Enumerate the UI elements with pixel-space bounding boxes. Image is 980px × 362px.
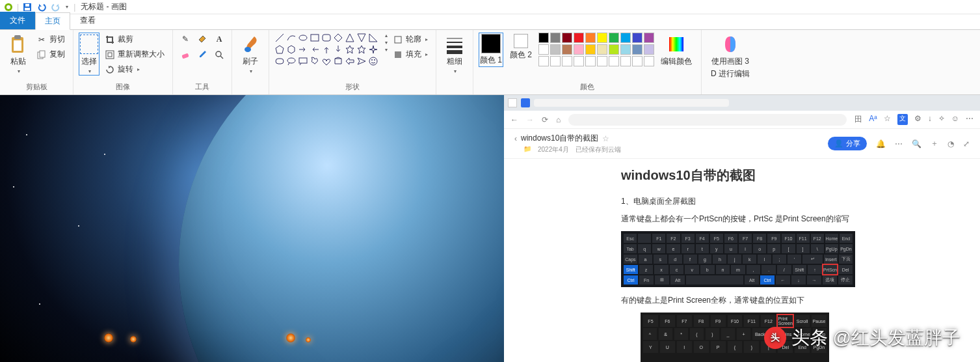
crop-button[interactable]: 裁剪 — [102, 33, 167, 46]
color-swatch[interactable] — [574, 44, 584, 55]
color-swatch[interactable] — [620, 44, 631, 55]
color-swatch[interactable] — [597, 33, 607, 43]
refresh-icon[interactable]: ⟳ — [542, 115, 548, 124]
canvas-area[interactable]: ← → ⟳ ⌂ 田 Aª ☆ 文 ⚙ ↓ ✧ ☺ ⋯ ‹ windows10自带… — [0, 95, 980, 362]
color-swatch[interactable] — [585, 33, 596, 43]
tab-home[interactable]: 主页 — [35, 12, 70, 30]
shape-item[interactable] — [286, 44, 297, 55]
color1-button[interactable]: 颜色 1 — [479, 33, 503, 67]
settings-icon[interactable]: ⚙ — [914, 114, 921, 125]
color-swatch[interactable] — [632, 56, 642, 66]
bell-icon[interactable]: 🔔 — [876, 139, 886, 148]
shape-item[interactable] — [356, 33, 367, 43]
magnifier-tool[interactable] — [212, 48, 226, 61]
shape-item[interactable] — [368, 56, 378, 66]
collection-icon[interactable]: ✧ — [938, 114, 945, 125]
shape-item[interactable] — [310, 33, 320, 43]
fill-button[interactable]: 填充▸ — [390, 48, 430, 61]
shape-item[interactable] — [356, 44, 367, 55]
resize-button[interactable]: 重新调整大小 — [102, 48, 167, 61]
back-icon[interactable]: ← — [510, 115, 518, 124]
text-tool[interactable]: A — [212, 33, 226, 46]
pencil-tool[interactable]: ✎ — [178, 33, 192, 46]
shapes-gallery[interactable] — [274, 33, 378, 66]
shape-item[interactable] — [333, 56, 343, 66]
shape-item[interactable] — [274, 33, 285, 43]
color-swatch[interactable] — [562, 44, 572, 55]
outline-button[interactable]: 轮廓▸ — [390, 33, 430, 46]
brushes-button[interactable]: 刷子▾ — [237, 33, 263, 76]
color-swatch[interactable] — [597, 44, 607, 55]
color-swatch[interactable] — [644, 33, 654, 43]
edit-colors-button[interactable]: 编辑颜色 — [657, 33, 696, 68]
color-palette[interactable] — [538, 33, 654, 66]
translate-icon[interactable]: 文 — [897, 114, 908, 125]
color-swatch[interactable] — [609, 56, 619, 66]
shapes-scroll-up[interactable]: ▴ — [385, 33, 388, 38]
shape-item[interactable] — [286, 33, 297, 43]
undo-icon[interactable] — [36, 1, 47, 13]
eraser-tool[interactable] — [178, 48, 192, 61]
picker-tool[interactable] — [195, 48, 209, 61]
color-swatch[interactable] — [585, 56, 596, 66]
fill-tool[interactable] — [195, 33, 209, 46]
shape-item[interactable] — [345, 44, 355, 55]
fav-icon[interactable]: ☆ — [884, 114, 891, 125]
color-swatch[interactable] — [550, 33, 561, 43]
color-swatch[interactable] — [644, 44, 654, 55]
shape-item[interactable] — [368, 44, 378, 55]
shape-item[interactable] — [333, 33, 343, 43]
shape-item[interactable] — [321, 56, 332, 66]
color-swatch[interactable] — [644, 56, 654, 66]
share-button[interactable]: 👤分享 — [828, 137, 867, 150]
color-swatch[interactable] — [597, 56, 607, 66]
color-swatch[interactable] — [562, 33, 572, 43]
color-swatch[interactable] — [620, 56, 631, 66]
paint3d-button[interactable]: 使用画图 3 D 进行编辑 — [707, 33, 754, 81]
shape-item[interactable] — [310, 44, 320, 55]
shape-item[interactable] — [356, 56, 367, 66]
tab-view[interactable]: 查看 — [70, 12, 105, 29]
color-swatch[interactable] — [538, 56, 549, 66]
shapes-expand[interactable]: ▾ — [385, 47, 388, 53]
shape-item[interactable] — [345, 56, 355, 66]
color-swatch[interactable] — [609, 44, 619, 55]
color-swatch[interactable] — [620, 33, 631, 43]
color-swatch[interactable] — [538, 44, 549, 55]
menu-icon[interactable]: ⋯ — [966, 114, 973, 125]
color-swatch[interactable] — [538, 33, 549, 43]
ext-icon[interactable]: 田 — [854, 114, 862, 125]
copy-button[interactable]: 复制 — [34, 48, 68, 61]
shapes-scroll-down[interactable]: ▾ — [385, 40, 388, 46]
browser-tab-bar[interactable] — [504, 95, 980, 111]
color-swatch[interactable] — [550, 56, 561, 66]
plus-icon[interactable]: ＋ — [931, 138, 938, 149]
clock-icon[interactable]: ◔ — [947, 139, 954, 148]
download-icon[interactable]: ↓ — [928, 114, 932, 125]
color-swatch[interactable] — [574, 56, 584, 66]
color-swatch[interactable] — [632, 44, 642, 55]
color-swatch[interactable] — [574, 33, 584, 43]
color2-button[interactable]: 颜色 2 — [506, 33, 536, 62]
save-icon[interactable] — [21, 1, 33, 13]
tab-file[interactable]: 文件 — [0, 12, 35, 29]
search-icon[interactable]: 🔍 — [912, 139, 921, 148]
star-icon[interactable]: ☆ — [602, 134, 609, 143]
shape-item[interactable] — [286, 56, 297, 66]
expand-icon[interactable]: ⤢ — [963, 139, 970, 148]
shape-item[interactable] — [321, 44, 332, 55]
paste-button[interactable]: 粘贴 ▾ — [5, 33, 31, 76]
home-icon[interactable]: ⌂ — [556, 115, 561, 124]
shape-item[interactable] — [274, 56, 285, 66]
select-button[interactable]: 选择▾ — [79, 33, 99, 76]
shape-item[interactable] — [298, 33, 308, 43]
shape-item[interactable] — [298, 56, 308, 66]
shape-item[interactable] — [333, 44, 343, 55]
color-swatch[interactable] — [550, 44, 561, 55]
reader-icon[interactable]: Aª — [869, 114, 877, 125]
qat-customize-icon[interactable]: ▾ — [66, 4, 68, 10]
shape-item[interactable] — [310, 56, 320, 66]
shape-item[interactable] — [345, 33, 355, 43]
shape-item[interactable] — [298, 44, 308, 55]
more-icon[interactable]: ⋯ — [895, 139, 903, 148]
